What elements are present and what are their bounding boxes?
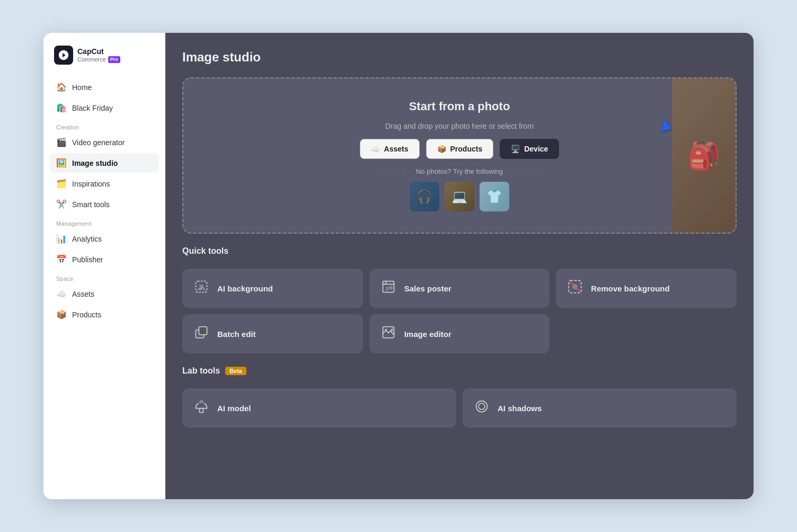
app-window: CapCut Commerce Pro 🏠 Home 🛍️ Black Frid… bbox=[43, 33, 754, 499]
logo-icon bbox=[54, 46, 73, 65]
sidebar-label-inspirations: Inspirations bbox=[72, 180, 110, 188]
sidebar-nav-top: 🏠 Home 🛍️ Black Friday bbox=[43, 77, 165, 118]
sidebar-nav-management: 📊 Analytics 📅 Publisher bbox=[43, 229, 165, 269]
sidebar-item-black-friday[interactable]: 🛍️ Black Friday bbox=[50, 98, 159, 118]
video-generator-icon: 🎬 bbox=[56, 137, 67, 147]
upload-subtitle: Drag and drop your photo here or select … bbox=[385, 122, 534, 130]
remove-background-icon bbox=[566, 279, 583, 297]
page-title: Image studio bbox=[182, 50, 737, 65]
remove-background-label: Remove background bbox=[591, 284, 669, 293]
sidebar-label-home: Home bbox=[72, 83, 92, 92]
sidebar-label-smart-tools: Smart tools bbox=[72, 200, 110, 209]
sidebar-item-publisher[interactable]: 📅 Publisher bbox=[50, 250, 159, 269]
sidebar-nav-creation: 🎬 Video generator 🖼️ Image studio 🗂️ Ins… bbox=[43, 132, 165, 214]
ai-model-label: AI model bbox=[217, 404, 251, 413]
lab-tools-label: Lab tools bbox=[182, 366, 220, 376]
tool-card-ai-shadows[interactable]: AI shadows bbox=[463, 388, 737, 428]
sidebar-label-black-friday: Black Friday bbox=[72, 104, 113, 112]
black-friday-icon: 🛍️ bbox=[56, 103, 67, 113]
sample-img-shirt[interactable]: 👕 bbox=[480, 182, 509, 211]
svg-point-9 bbox=[479, 403, 485, 410]
batch-edit-icon bbox=[193, 325, 210, 343]
sidebar-item-products[interactable]: 📦 Products bbox=[50, 305, 159, 324]
inspirations-icon: 🗂️ bbox=[56, 179, 67, 189]
tool-card-ai-model[interactable]: AI model bbox=[182, 388, 456, 428]
sidebar-item-assets[interactable]: ☁️ Assets bbox=[50, 284, 159, 304]
tool-card-batch-edit[interactable]: Batch edit bbox=[182, 314, 363, 353]
sidebar-label-assets: Assets bbox=[72, 290, 94, 298]
logo-text: CapCut Commerce Pro bbox=[77, 47, 120, 63]
quick-tools-section: Quick tools bbox=[182, 246, 737, 256]
section-management-label: Management bbox=[43, 214, 165, 229]
ai-background-label: AI background bbox=[217, 284, 273, 293]
brand-name: CapCut bbox=[77, 47, 120, 56]
sidebar-label-publisher: Publisher bbox=[72, 255, 103, 264]
sidebar-nav-space: ☁️ Assets 📦 Products bbox=[43, 284, 165, 324]
ai-background-icon bbox=[193, 279, 210, 297]
tool-card-ai-background[interactable]: AI background bbox=[182, 269, 363, 308]
ai-shadows-icon bbox=[473, 399, 490, 417]
upload-buttons: ☁️ Assets 📦 Products 🖥️ Device bbox=[360, 139, 560, 159]
ai-shadows-label: AI shadows bbox=[498, 404, 542, 413]
publisher-icon: 📅 bbox=[56, 254, 67, 264]
sidebar-label-image-studio: Image studio bbox=[72, 159, 118, 167]
upload-title: Start from a photo bbox=[409, 100, 510, 113]
logo: CapCut Commerce Pro bbox=[43, 46, 165, 77]
no-photos-section: No photos? Try the following 🎧 💻 👕 bbox=[379, 167, 540, 211]
sidebar-item-smart-tools[interactable]: ✂️ Smart tools bbox=[50, 194, 159, 214]
brand-sub: Commerce Pro bbox=[77, 56, 120, 63]
upload-btn-assets[interactable]: ☁️ Assets bbox=[360, 139, 420, 159]
assets-btn-icon: ☁️ bbox=[371, 145, 380, 153]
batch-edit-label: Batch edit bbox=[217, 330, 256, 339]
sample-images: 🎧 💻 👕 bbox=[410, 182, 509, 211]
smart-tools-icon: ✂️ bbox=[56, 199, 67, 209]
upload-area[interactable]: Start from a photo Drag and drop your ph… bbox=[182, 77, 737, 234]
image-studio-icon: 🖼️ bbox=[56, 158, 67, 168]
device-btn-label: Device bbox=[524, 145, 548, 153]
section-space-label: Space bbox=[43, 269, 165, 284]
sidebar-label-analytics: Analytics bbox=[72, 235, 102, 243]
products-btn-label: Products bbox=[450, 145, 483, 153]
sidebar-item-home[interactable]: 🏠 Home bbox=[50, 77, 159, 97]
upload-btn-products[interactable]: 📦 Products bbox=[426, 139, 494, 159]
beta-badge: Beta bbox=[225, 367, 246, 375]
products-btn-icon: 📦 bbox=[437, 145, 446, 153]
svg-rect-1 bbox=[383, 281, 394, 292]
sample-img-laptop[interactable]: 💻 bbox=[445, 182, 474, 211]
image-editor-icon bbox=[380, 325, 397, 343]
tool-card-image-editor[interactable]: Image editor bbox=[369, 314, 550, 353]
side-image-preview: 🎒 bbox=[672, 78, 736, 233]
lab-tools-grid: AI model AI shadows bbox=[182, 388, 737, 428]
home-icon: 🏠 bbox=[56, 82, 67, 92]
tool-card-sales-poster[interactable]: Sales poster bbox=[369, 269, 550, 308]
upload-btn-device[interactable]: 🖥️ Device bbox=[500, 139, 559, 159]
svg-point-2 bbox=[389, 286, 393, 290]
no-photos-text: No photos? Try the following bbox=[379, 167, 540, 175]
assets-icon: ☁️ bbox=[56, 289, 67, 299]
analytics-icon: 📊 bbox=[56, 234, 67, 244]
tool-card-remove-background[interactable]: Remove background bbox=[556, 269, 737, 308]
svg-rect-5 bbox=[199, 327, 207, 335]
sidebar-item-inspirations[interactable]: 🗂️ Inspirations bbox=[50, 174, 159, 193]
sidebar-label-products: Products bbox=[72, 311, 101, 319]
sidebar-item-analytics[interactable]: 📊 Analytics bbox=[50, 229, 159, 249]
pro-badge: Pro bbox=[108, 56, 120, 63]
device-btn-icon: 🖥️ bbox=[511, 145, 520, 153]
sales-poster-icon bbox=[380, 279, 397, 297]
quick-tools-grid: AI background Sales poster bbox=[182, 269, 737, 353]
sidebar-label-video-generator: Video generator bbox=[72, 138, 125, 147]
section-creation-label: Creation bbox=[43, 118, 165, 132]
sidebar-item-image-studio[interactable]: 🖼️ Image studio bbox=[50, 153, 159, 173]
svg-point-7 bbox=[385, 329, 387, 331]
assets-btn-label: Assets bbox=[384, 145, 409, 153]
sidebar: CapCut Commerce Pro 🏠 Home 🛍️ Black Frid… bbox=[43, 33, 165, 499]
main-content: Image studio Start from a photo Drag and… bbox=[165, 33, 754, 499]
lab-tools-header: Lab tools Beta bbox=[182, 366, 737, 376]
sales-poster-label: Sales poster bbox=[404, 284, 451, 293]
image-editor-label: Image editor bbox=[404, 330, 451, 339]
quick-tools-label: Quick tools bbox=[182, 246, 737, 256]
ai-model-icon bbox=[193, 399, 210, 417]
sidebar-item-video-generator[interactable]: 🎬 Video generator bbox=[50, 132, 159, 152]
products-icon: 📦 bbox=[56, 309, 67, 320]
sample-img-headphones[interactable]: 🎧 bbox=[410, 182, 439, 211]
